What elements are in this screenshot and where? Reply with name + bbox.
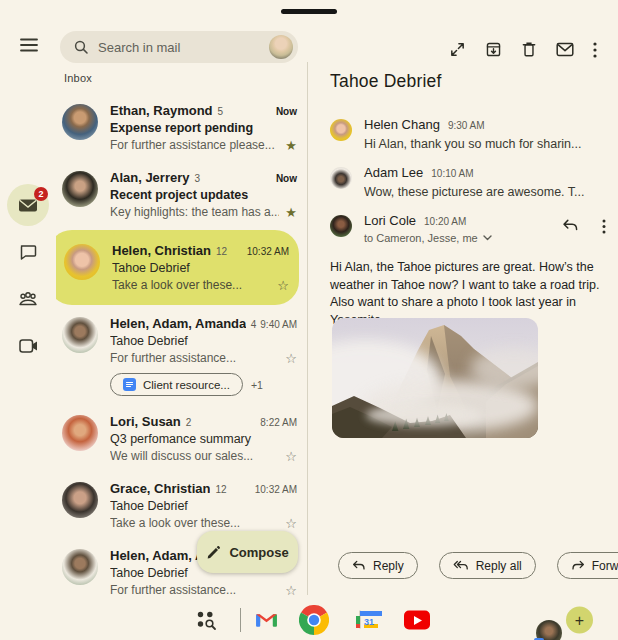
recipients-toggle[interactable]: to Cameron, Jesse, me bbox=[364, 232, 562, 244]
email-sender: Lori, Susan bbox=[110, 414, 181, 429]
sender-avatar bbox=[62, 549, 98, 585]
reply-icon[interactable] bbox=[562, 219, 579, 233]
email-row[interactable]: Grace, Christian 12 10:32 AM Tahoe Debri… bbox=[56, 472, 299, 539]
message-time: 10:20 AM bbox=[424, 216, 466, 227]
search-icon bbox=[74, 40, 88, 54]
reply-all-button[interactable]: Reply all bbox=[439, 552, 536, 579]
rail-item-chat[interactable] bbox=[7, 231, 49, 273]
pencil-icon bbox=[206, 545, 221, 560]
rail-item-spaces[interactable] bbox=[7, 278, 49, 320]
rail-item-meet[interactable] bbox=[7, 325, 49, 367]
forward-icon bbox=[571, 560, 585, 572]
more-options-icon[interactable] bbox=[593, 42, 597, 58]
chrome-app-icon[interactable] bbox=[299, 605, 329, 635]
email-row[interactable]: Alan, Jerrery 3 Now Recent project updat… bbox=[56, 161, 299, 228]
inbox-section-label: Inbox bbox=[64, 72, 92, 84]
email-row[interactable]: Lori, Susan 2 8:22 AM Q3 perfomance summ… bbox=[56, 405, 299, 472]
email-snippet: For further assistance please... bbox=[110, 138, 279, 152]
message-time: 9:30 AM bbox=[448, 120, 485, 131]
chevron-down-icon bbox=[483, 235, 492, 241]
search-input[interactable] bbox=[98, 40, 269, 55]
email-sender: Grace, Christian bbox=[110, 481, 210, 496]
video-icon bbox=[19, 339, 38, 353]
email-subject: Q3 perfomance summary bbox=[110, 432, 297, 446]
email-count: 2 bbox=[186, 417, 192, 428]
reply-all-icon bbox=[453, 560, 469, 572]
message-sender: Helen Chang bbox=[364, 117, 440, 132]
mark-unread-icon[interactable] bbox=[556, 42, 574, 57]
spaces-icon bbox=[18, 291, 38, 307]
email-detail-pane: Tahoe Debrief Helen Chang 9:30 AM Hi Ala… bbox=[308, 0, 618, 600]
message-more-icon[interactable] bbox=[602, 219, 606, 234]
message-snippet: Hi Alan, thank you so much for sharin... bbox=[364, 137, 606, 151]
thread-title: Tahoe Debrief bbox=[330, 71, 442, 92]
search-bar[interactable] bbox=[60, 31, 298, 63]
star-icon[interactable]: ☆ bbox=[285, 352, 297, 365]
sender-avatar bbox=[62, 317, 98, 353]
star-icon[interactable]: ☆ bbox=[277, 279, 289, 292]
mail-icon bbox=[18, 197, 38, 214]
sender-avatar bbox=[62, 482, 98, 518]
email-snippet: We will discuss our sales... bbox=[110, 449, 279, 463]
calendar-app-icon[interactable]: 31 bbox=[359, 611, 361, 629]
email-snippet: For further assistance... bbox=[110, 583, 279, 597]
thread-messages: Helen Chang 9:30 AM Hi Alan, thank you s… bbox=[330, 117, 606, 258]
detail-toolbar bbox=[449, 41, 597, 58]
forward-button[interactable]: Forward bbox=[557, 552, 618, 579]
rail-item-mail[interactable]: 2 bbox=[7, 184, 49, 226]
youtube-app-icon[interactable] bbox=[404, 611, 430, 630]
email-time: 8:22 AM bbox=[256, 417, 297, 428]
mail-badge: 2 bbox=[34, 187, 48, 201]
email-sender: Helen, Adam, Amanda bbox=[110, 316, 246, 331]
open-in-full-icon[interactable] bbox=[449, 41, 466, 58]
sender-avatar bbox=[64, 244, 100, 280]
star-icon[interactable]: ★ bbox=[285, 206, 297, 219]
yosemite-photo-attachment[interactable] bbox=[332, 318, 538, 438]
nav-rail: 2 bbox=[0, 0, 56, 600]
delete-icon[interactable] bbox=[521, 41, 537, 58]
recipients-label: to Cameron, Jesse, me bbox=[364, 232, 478, 244]
reply-button[interactable]: Reply bbox=[338, 552, 418, 579]
email-time: Now bbox=[272, 106, 297, 117]
email-snippet: Key highlights: the team has a... bbox=[110, 205, 279, 219]
email-row[interactable]: Helen, Adam, Amanda 4 9:40 AM Tahoe Debr… bbox=[56, 307, 299, 405]
doc-icon bbox=[123, 378, 136, 391]
message-sender: Adam Lee bbox=[364, 165, 423, 180]
attachment-chip[interactable]: Client resource... bbox=[110, 373, 243, 396]
menu-icon[interactable] bbox=[19, 37, 39, 53]
reply-icon bbox=[352, 560, 366, 572]
email-subject: Tahoe Debrief bbox=[110, 499, 297, 513]
sender-avatar bbox=[62, 415, 98, 451]
email-sender: Ethan, Raymond bbox=[110, 103, 213, 118]
thread-actions: Reply Reply all Forward bbox=[338, 552, 618, 579]
reply-all-label: Reply all bbox=[476, 559, 522, 573]
taskbar-divider bbox=[240, 608, 241, 632]
attachment-label: Client resource... bbox=[143, 379, 230, 391]
email-rows: Ethan, Raymond 5 Now Expense report pend… bbox=[56, 94, 299, 600]
star-icon[interactable]: ☆ bbox=[285, 450, 297, 463]
compose-button[interactable]: Compose bbox=[197, 531, 298, 573]
compose-label: Compose bbox=[229, 545, 288, 560]
message-row[interactable]: Helen Chang 9:30 AM Hi Alan, thank you s… bbox=[330, 117, 606, 151]
sender-avatar bbox=[330, 215, 352, 237]
email-subject: Tahoe Debrief bbox=[110, 334, 297, 348]
star-icon[interactable]: ☆ bbox=[285, 584, 297, 597]
sender-avatar bbox=[330, 119, 352, 141]
email-row[interactable]: Ethan, Raymond 5 Now Expense report pend… bbox=[56, 94, 299, 161]
reply-label: Reply bbox=[373, 559, 404, 573]
message-snippet: Wow, these picturese are awesome. T... bbox=[364, 185, 606, 199]
gmail-app-icon[interactable] bbox=[255, 611, 278, 629]
message-row[interactable]: Adam Lee 10:10 AM Wow, these picturese a… bbox=[330, 165, 606, 199]
message-row-expanded[interactable]: Lori Cole 10:20 AM to Cameron, Jesse, me bbox=[330, 213, 606, 244]
taskbar-plus-button[interactable]: + bbox=[566, 607, 593, 634]
account-avatar[interactable] bbox=[269, 35, 293, 59]
star-icon[interactable]: ★ bbox=[285, 139, 297, 152]
calendar-date-label: 31 bbox=[360, 616, 361, 628]
star-icon[interactable]: ☆ bbox=[285, 517, 297, 530]
email-row-selected[interactable]: Helen, Christian 12 10:32 AM Tahoe Debri… bbox=[56, 230, 299, 305]
app-search-icon[interactable] bbox=[195, 609, 217, 631]
message-sender: Lori Cole bbox=[364, 213, 416, 228]
email-sender: Alan, Jerrery bbox=[110, 170, 190, 185]
archive-icon[interactable] bbox=[485, 41, 502, 58]
email-snippet: Take a look over these... bbox=[110, 516, 279, 530]
